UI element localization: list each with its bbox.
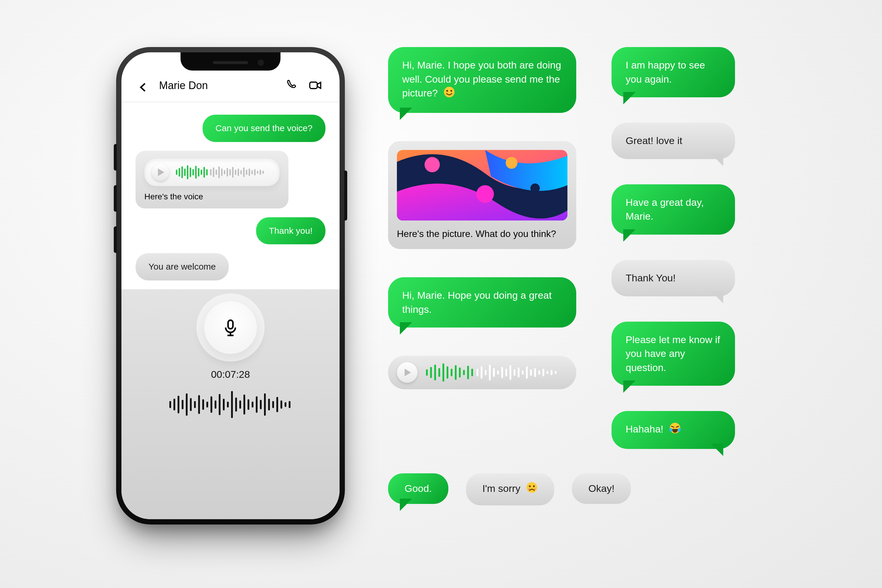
svg-point-112 — [529, 485, 531, 487]
chat-bubble-sent[interactable]: I am happy to see you again. — [612, 47, 735, 98]
chat-bubble-sent[interactable]: Please let me know if you have any quest… — [612, 322, 735, 386]
svg-point-113 — [533, 485, 535, 487]
recording-panel: 00:07:28 — [122, 289, 340, 519]
chat-bubble-sent[interactable]: Good. — [388, 473, 448, 504]
message-list: Can you send the voice? — [122, 102, 340, 289]
bubble-text: Have a great day, Marie. — [626, 196, 704, 222]
image-caption: Here's the picture. What do you think? — [397, 228, 567, 240]
back-button[interactable] — [139, 83, 148, 92]
image-message[interactable]: Here's the picture. What do you think? — [388, 141, 576, 249]
chat-bubble-received[interactable]: Okay! — [572, 473, 631, 504]
chat-bubble-sent[interactable]: Hahaha! — [612, 411, 735, 449]
svg-marker-1 — [158, 168, 164, 176]
bubble-text: Thank You! — [626, 272, 676, 284]
phone-screen: Marie Don Can you send the voice? — [122, 52, 340, 519]
svg-point-72 — [476, 185, 494, 203]
chat-bubble-received[interactable]: Great! love it — [612, 123, 735, 159]
bubble-text: Great! love it — [626, 135, 682, 146]
bottom-row: Good. I'm sorry Okay! — [388, 473, 631, 506]
bubble-text: I am happy to see you again. — [626, 59, 705, 85]
chat-bubble-sent[interactable]: Hi, Marie. I hope you both are doing wel… — [388, 47, 576, 113]
svg-marker-75 — [405, 369, 411, 376]
laugh-emoji-icon — [669, 422, 681, 438]
bubble-text: Okay! — [588, 483, 615, 494]
svg-point-71 — [424, 157, 440, 172]
bubble-text: Hi, Marie. I hope you both are doing wel… — [402, 59, 561, 99]
svg-rect-34 — [228, 320, 233, 329]
svg-point-73 — [506, 157, 518, 169]
message-sent[interactable]: Thank you! — [256, 217, 326, 244]
message-sent[interactable]: Can you send the voice? — [202, 115, 326, 142]
recording-waveform-icon — [167, 388, 294, 421]
bubble-text: Good. — [405, 483, 432, 494]
smile-emoji-icon — [443, 86, 455, 102]
waveform-icon — [176, 164, 272, 180]
sad-emoji-icon — [526, 482, 538, 497]
phone-notch — [180, 52, 280, 70]
microphone-button[interactable] — [204, 301, 257, 354]
phone-frame: Marie Don Can you send the voice? — [116, 47, 345, 525]
svg-point-111 — [526, 482, 537, 493]
message-text: Thank you! — [269, 226, 312, 236]
video-call-icon[interactable] — [309, 79, 322, 92]
play-icon[interactable] — [397, 362, 417, 383]
voice-message[interactable]: Here's the voice — [135, 151, 288, 208]
svg-point-114 — [528, 489, 530, 490]
svg-point-69 — [450, 90, 452, 92]
waveform-icon — [425, 363, 563, 382]
voice-caption: Here's the voice — [144, 192, 280, 201]
bubble-text: Please let me know if you have any quest… — [626, 334, 720, 373]
bubble-text: Hi, Marie. Hope you doing a great things… — [402, 290, 552, 315]
chat-bubble-sent[interactable]: Hi, Marie. Hope you doing a great things… — [388, 277, 576, 327]
recording-timer: 00:07:28 — [211, 369, 250, 380]
abstract-image-icon — [397, 150, 567, 220]
chat-bubble-sent[interactable]: Have a great day, Marie. — [612, 184, 735, 235]
message-text: Can you send the voice? — [216, 123, 312, 133]
message-received[interactable]: You are welcome — [135, 253, 229, 280]
svg-rect-0 — [310, 82, 317, 88]
voice-bubble[interactable] — [388, 356, 576, 389]
play-icon[interactable] — [152, 164, 169, 181]
voice-call-icon[interactable] — [286, 79, 299, 92]
svg-point-68 — [446, 90, 448, 92]
bubble-text: Hahaha! — [626, 424, 663, 435]
chat-bubble-received[interactable]: I'm sorry — [466, 473, 555, 506]
message-text: You are welcome — [148, 262, 216, 272]
svg-point-115 — [534, 489, 536, 490]
chat-bubble-received[interactable]: Thank You! — [612, 260, 735, 296]
svg-point-67 — [444, 87, 454, 98]
svg-point-74 — [530, 183, 540, 193]
contact-name: Marie Don — [159, 80, 276, 92]
bubble-text: I'm sorry — [483, 483, 520, 494]
